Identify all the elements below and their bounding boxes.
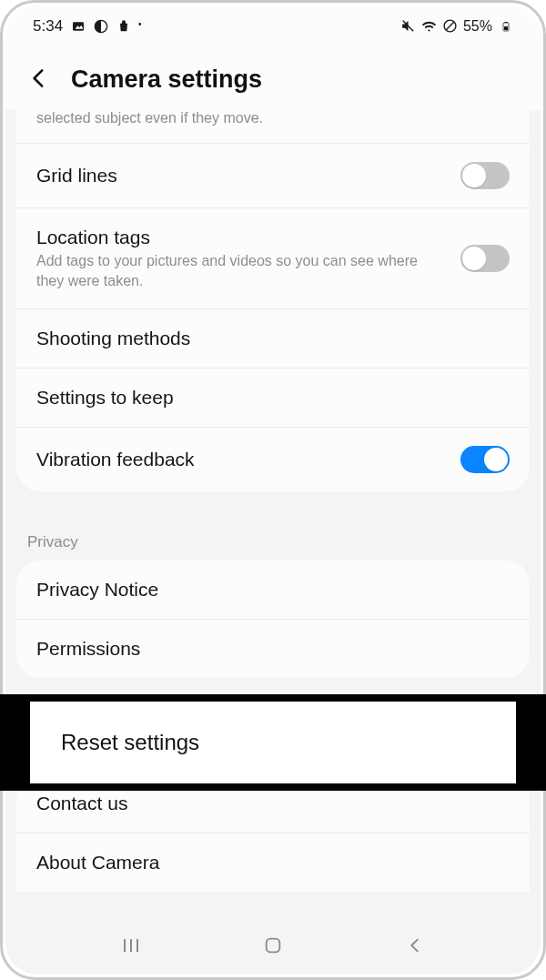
- row-about-camera[interactable]: About Camera: [16, 834, 530, 892]
- battery-icon: [498, 18, 513, 34]
- bag-icon: [116, 18, 131, 34]
- title-bar: Camera settings: [5, 42, 541, 110]
- row-reset-settings[interactable]: Reset settings: [30, 702, 516, 783]
- row-title: Permissions: [36, 638, 510, 660]
- battery-text: 55%: [463, 18, 492, 35]
- status-time: 5:34: [33, 17, 63, 35]
- status-bar: 5:34 •: [5, 5, 541, 42]
- settings-card-privacy: Privacy Notice Permissions: [16, 561, 530, 678]
- row-title: Shooting methods: [36, 328, 510, 349]
- row-subtitle: Add tags to your pictures and videos so …: [36, 251, 446, 290]
- toggle-location-tags[interactable]: [460, 245, 510, 272]
- svg-rect-8: [504, 22, 507, 23]
- row-title: Privacy Notice: [36, 579, 510, 601]
- status-right: 55%: [400, 18, 513, 35]
- callout-title: Reset settings: [61, 730, 199, 755]
- picture-icon: [70, 18, 86, 34]
- dot-icon: •: [138, 19, 142, 33]
- row-title: Grid lines: [36, 165, 446, 187]
- row-title: Contact us: [36, 793, 510, 814]
- settings-card-bottom: Contact us About Camera: [16, 774, 530, 892]
- truncated-subtitle: selected subject even if they move.: [16, 110, 530, 144]
- data-icon: [93, 18, 108, 34]
- svg-rect-7: [504, 26, 508, 30]
- back-icon[interactable]: [27, 66, 51, 94]
- mute-icon: [400, 18, 416, 34]
- row-title: Settings to keep: [36, 387, 510, 409]
- android-nav-bar: [5, 924, 541, 975]
- svg-rect-12: [267, 938, 280, 952]
- row-vibration-feedback[interactable]: Vibration feedback: [16, 428, 530, 491]
- device-frame: 5:34 •: [0, 0, 546, 980]
- row-location-tags[interactable]: Location tags Add tags to your pictures …: [16, 208, 530, 309]
- row-title: About Camera: [36, 852, 510, 874]
- page-title: Camera settings: [71, 66, 262, 94]
- status-left: 5:34 •: [33, 17, 142, 35]
- svg-line-5: [446, 22, 454, 30]
- section-privacy-label: Privacy: [5, 510, 541, 561]
- settings-card-general: selected subject even if they move. Grid…: [16, 110, 530, 491]
- toggle-vibration-feedback[interactable]: [460, 446, 510, 473]
- row-grid-lines[interactable]: Grid lines: [16, 144, 530, 208]
- row-shooting-methods[interactable]: Shooting methods: [16, 309, 530, 369]
- home-button[interactable]: [261, 934, 285, 957]
- screen: 5:34 •: [5, 5, 541, 975]
- row-permissions[interactable]: Permissions: [16, 620, 530, 678]
- back-button[interactable]: [403, 934, 427, 957]
- recents-button[interactable]: [119, 934, 143, 957]
- highlighted-callout: Reset settings: [0, 694, 546, 791]
- row-privacy-notice[interactable]: Privacy Notice: [16, 561, 530, 620]
- row-title: Location tags: [36, 227, 446, 248]
- wifi-icon: [421, 18, 437, 34]
- row-title: Vibration feedback: [36, 449, 446, 470]
- row-settings-to-keep[interactable]: Settings to keep: [16, 369, 530, 428]
- toggle-grid-lines[interactable]: [460, 162, 510, 189]
- no-sim-icon: [442, 18, 458, 34]
- content-area: selected subject even if they move. Grid…: [5, 110, 541, 920]
